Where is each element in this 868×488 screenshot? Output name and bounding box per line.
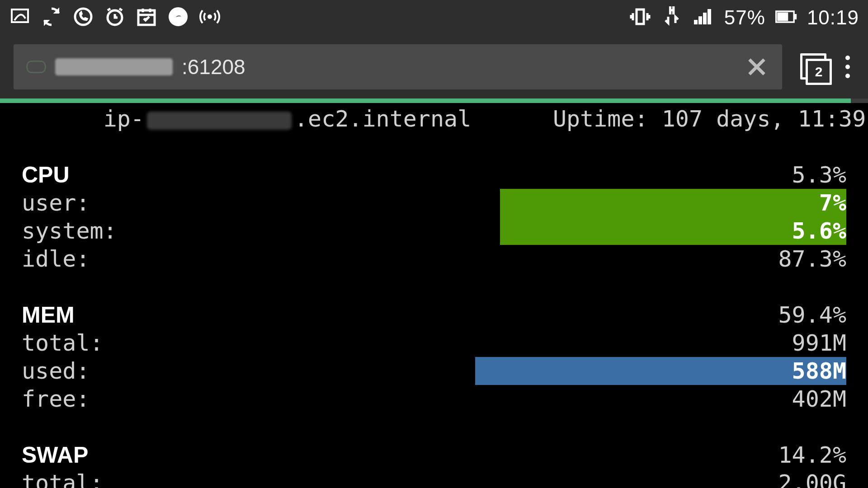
swap-title: SWAP (22, 444, 88, 466)
sync-icon (41, 6, 62, 29)
mem-title: MEM (22, 304, 75, 326)
svg-rect-12 (778, 13, 788, 20)
status-left-icons (9, 6, 221, 29)
swap-label: total: (22, 472, 104, 488)
swap-total: 14.2% (778, 444, 846, 466)
svg-rect-9 (703, 13, 706, 24)
swap-row-total: total:2.00G (22, 469, 846, 488)
cpu-row-system: 5.6%system: (22, 217, 846, 245)
cpu-label: system: (22, 220, 117, 242)
battery-percent: 57% (724, 6, 765, 29)
battery-icon (775, 6, 797, 29)
whatsapp-icon (72, 6, 94, 29)
mem-bar: 588M (475, 357, 846, 385)
mem-row-free: free:402M (22, 385, 846, 413)
status-right-icons: H 57% 10:19 (629, 6, 859, 29)
url-text: :61208 (182, 55, 245, 79)
tab-count-label: 2 (806, 59, 832, 85)
svg-rect-5 (637, 9, 644, 24)
mem-total: 59.4% (778, 304, 846, 326)
svg-rect-13 (795, 14, 796, 19)
tabs-button[interactable]: 2 (800, 53, 827, 80)
cpu-label: user: (22, 192, 90, 214)
vibrate-icon (629, 6, 651, 29)
url-redacted-host (55, 58, 173, 75)
hotspot-icon (199, 6, 221, 29)
calendar-icon (136, 6, 157, 29)
swap-value: 2.00G (778, 472, 846, 488)
signal-icon (693, 6, 714, 29)
leaf-icon (9, 6, 31, 29)
mem-value: 402M (792, 388, 846, 410)
mem-value: 588M (792, 360, 846, 382)
mem-label: free: (22, 388, 90, 410)
svg-point-0 (75, 9, 91, 25)
cpu-row-user: 7%user: (22, 189, 846, 217)
cpu-value: 87.3% (778, 248, 846, 270)
stop-loading-button[interactable] (744, 54, 769, 80)
cpu-total: 5.3% (792, 164, 846, 186)
clock: 10:19 (807, 6, 859, 29)
alarm-icon (104, 6, 126, 29)
overflow-menu-button[interactable] (845, 56, 850, 78)
cpu-header-row: CPU 5.3% (22, 161, 846, 189)
cpu-value: 7% (819, 192, 846, 214)
mem-row-used: 588Mused: (22, 357, 846, 385)
swap-header-row: SWAP 14.2% (22, 441, 846, 469)
cpu-label: idle: (22, 248, 90, 270)
hostname: ip-.ec2.internal (22, 85, 471, 153)
svg-rect-10 (708, 9, 711, 24)
android-status-bar: H 57% 10:19 (0, 0, 868, 35)
mem-header-row: MEM 59.4% (22, 301, 846, 329)
svg-rect-7 (694, 20, 697, 24)
cpu-title: CPU (22, 164, 70, 186)
cpu-bar: 7% (500, 189, 846, 217)
svg-point-4 (208, 15, 212, 19)
uptime: Uptime: 107 days, 11:39:09 (471, 85, 868, 153)
glances-page: ip-.ec2.internal Uptime: 107 days, 11:39… (0, 105, 868, 488)
svg-text:H: H (669, 6, 675, 16)
site-identity-icon (26, 61, 46, 73)
url-bar[interactable]: :61208 (14, 44, 782, 89)
host-uptime-row: ip-.ec2.internal Uptime: 107 days, 11:39… (22, 105, 846, 133)
mem-row-total: total:991M (22, 329, 846, 357)
hostname-redacted (147, 112, 292, 130)
mobile-data-icon: H (661, 6, 683, 29)
airtel-icon (167, 6, 189, 29)
cpu-bar: 5.6% (500, 217, 846, 245)
cpu-row-idle: idle:87.3% (22, 245, 846, 273)
mem-label: used: (22, 360, 90, 382)
mem-value: 991M (792, 332, 846, 354)
cpu-value: 5.6% (792, 220, 846, 242)
svg-rect-8 (699, 17, 702, 24)
mem-label: total: (22, 332, 104, 354)
